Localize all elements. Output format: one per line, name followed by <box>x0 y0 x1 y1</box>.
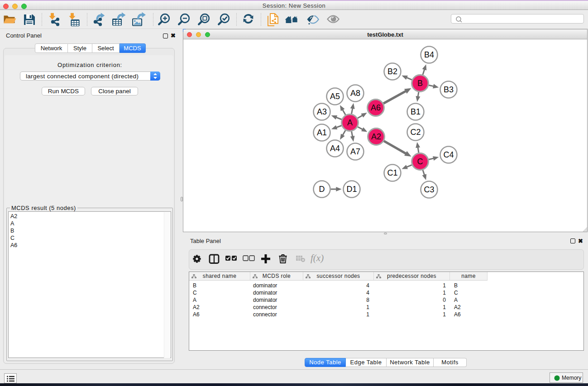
svg-text:D1: D1 <box>346 185 357 194</box>
svg-text:C4: C4 <box>443 150 454 159</box>
svg-text:C1: C1 <box>387 168 397 177</box>
svg-text:A7: A7 <box>350 147 360 156</box>
svg-text:A1: A1 <box>317 128 327 137</box>
svg-text:C2: C2 <box>410 128 421 137</box>
svg-text:B4: B4 <box>424 50 434 59</box>
svg-text:A: A <box>347 118 353 127</box>
svg-text:C: C <box>417 157 423 166</box>
svg-text:A8: A8 <box>350 89 360 98</box>
svg-text:A6: A6 <box>371 103 381 112</box>
svg-text:A2: A2 <box>371 132 381 141</box>
svg-text:A5: A5 <box>330 92 340 101</box>
svg-text:B1: B1 <box>411 107 421 116</box>
svg-text:B2: B2 <box>387 67 397 76</box>
svg-text:A3: A3 <box>317 107 327 116</box>
svg-text:C3: C3 <box>424 185 434 194</box>
svg-text:D: D <box>319 185 325 194</box>
svg-text:A4: A4 <box>330 144 340 153</box>
svg-text:B3: B3 <box>444 85 454 94</box>
svg-text:B: B <box>417 79 423 88</box>
